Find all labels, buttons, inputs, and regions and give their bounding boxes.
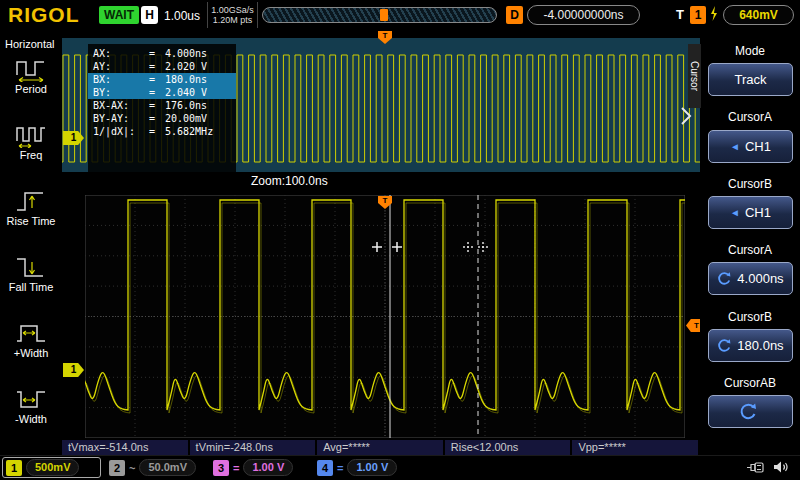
trigger-level-flag[interactable]: T — [686, 319, 700, 332]
horizontal-position-bar[interactable] — [262, 7, 497, 23]
sidebar-item-fall-time[interactable]: Fall Time — [0, 254, 62, 293]
sample-rate: 1.00GSa/s — [208, 5, 257, 15]
measurement-rise: Rise<12.00ns — [445, 440, 573, 455]
channel-1-status[interactable]: 1 500mV — [2, 457, 101, 478]
equals-sign: = — [149, 86, 165, 99]
channel-1-scale[interactable]: 500mV — [26, 459, 79, 476]
measurement-tvmin: tVmin=-248.0ns — [190, 440, 318, 455]
ch1-ground-marker-zoom[interactable]: 1 — [63, 363, 84, 377]
acquisition-info: 1.00GSa/s 1.20M pts — [207, 2, 258, 28]
menu-button-value: Track — [734, 72, 766, 87]
menu-button-cursor-a-source[interactable]: ◄ CH1 — [708, 130, 793, 163]
channel-3-status[interactable]: 3 = 1.00 V — [210, 457, 296, 478]
cursor-row-ax: AX: = 4.000ns — [88, 47, 236, 60]
menu-button-cursor-b-pos[interactable]: 180.0ns — [708, 329, 793, 362]
channel-4-coupling-icon: = — [337, 462, 343, 474]
sidebar-item-label: Freq — [0, 149, 62, 161]
run-status-badge[interactable]: WAIT — [99, 6, 139, 24]
sidebar-item-freq[interactable]: Freq — [0, 122, 62, 161]
memory-depth: 1.20M pts — [208, 15, 257, 25]
cursor-row-value: 5.682MHz — [165, 125, 213, 138]
cursor-row-value: 180.0ns — [165, 73, 207, 86]
menu-item-label-cursor-ab: CursorAB — [702, 376, 798, 390]
sidebar-item-label: Rise Time — [0, 215, 62, 227]
oscilloscope-screen: RIGOL WAIT H 1.00us 1.00GSa/s 1.20M pts … — [0, 0, 800, 480]
cursor-row-label: BX: — [93, 73, 149, 86]
channel-2-coupling-icon: ~ — [129, 462, 135, 474]
zoom-waveform-display — [85, 195, 685, 438]
equals-sign: = — [149, 47, 165, 60]
trigger-level-readout[interactable]: 640mV — [723, 5, 794, 25]
menu-item-label-cursor-b-pos: CursorB — [702, 310, 798, 324]
menu-button-cursor-b-source[interactable]: ◄ CH1 — [708, 196, 793, 229]
trigger-slope-icon — [709, 5, 719, 23]
menu-button-value: CH1 — [745, 205, 771, 220]
channel-2-scale[interactable]: 50.0mV — [139, 459, 196, 476]
cursor-row-value: 4.000ns — [165, 47, 207, 60]
rise-time-icon — [14, 188, 48, 214]
trigger-position-marker[interactable] — [380, 9, 388, 21]
sidebar-item-label: -Width — [0, 413, 62, 425]
rotate-knob-icon — [739, 402, 758, 421]
cursor-row-label: BY-AY: — [93, 112, 149, 125]
zoom-scale-label: Zoom:100.0ns — [251, 174, 328, 188]
sidebar-item-pos-width[interactable]: +Width — [0, 320, 62, 359]
timebase-readout[interactable]: 1.00us — [164, 9, 200, 23]
minus-width-icon — [14, 386, 48, 412]
sidebar-item-label: Period — [0, 83, 62, 95]
menu-button-cursor-a-pos[interactable]: 4.000ns — [708, 262, 793, 295]
period-icon — [14, 56, 48, 82]
equals-sign: = — [149, 112, 165, 125]
cursor-row-label: AX: — [93, 47, 149, 60]
channel-3-coupling-icon: = — [233, 462, 239, 474]
equals-sign: = — [149, 73, 165, 86]
plus-width-icon — [14, 320, 48, 346]
channel-1-badge[interactable]: 1 — [6, 460, 22, 476]
cursor-row-label: AY: — [93, 60, 149, 73]
channel-4-status[interactable]: 4 = 1.00 V — [314, 457, 400, 478]
sidebar-item-period[interactable]: Period — [0, 56, 62, 95]
measurement-vpp: Vpp=***** — [572, 440, 700, 455]
channel-2-status[interactable]: 2 ~ 50.0mV — [106, 457, 199, 478]
cursor-row-inv-dx: 1/|dX|: = 5.682MHz — [88, 125, 236, 138]
speaker-icon[interactable] — [772, 460, 790, 474]
menu-button-mode[interactable]: Track — [708, 63, 793, 96]
channel-2-badge[interactable]: 2 — [109, 460, 125, 476]
cursor-row-by: BY: = 2.040 V — [88, 86, 236, 99]
menu-button-cursor-ab[interactable] — [708, 395, 793, 428]
channel-4-badge[interactable]: 4 — [317, 460, 333, 476]
rotate-knob-icon — [717, 338, 732, 353]
cursor-row-bx-ax: BX-AX: = 176.0ns — [88, 99, 236, 112]
sidebar-item-label: +Width — [0, 347, 62, 359]
freq-icon — [14, 122, 48, 148]
channel-4-scale[interactable]: 1.00 V — [347, 459, 397, 476]
menu-tab-cursor: Cursor — [688, 44, 701, 108]
cursor-row-value: 176.0ns — [165, 99, 207, 112]
cursor-row-ay: AY: = 2.020 V — [88, 60, 236, 73]
menu-item-label-cursor-a-pos: CursorA — [702, 243, 798, 257]
menu-item-label-cursor-b-source: CursorB — [702, 177, 798, 191]
menu-button-value: CH1 — [745, 139, 771, 154]
equals-sign: = — [149, 125, 165, 138]
channel-3-badge[interactable]: 3 — [213, 460, 229, 476]
sidebar-item-neg-width[interactable]: -Width — [0, 386, 62, 425]
trigger-t-label: T — [676, 7, 684, 22]
channel-3-scale[interactable]: 1.00 V — [243, 459, 293, 476]
delay-readout[interactable]: -4.00000000ns — [527, 5, 640, 25]
menu-item-label-mode: Mode — [702, 44, 798, 58]
cursor-row-label: BX-AX: — [93, 99, 149, 112]
menu-button-value: 4.000ns — [737, 271, 783, 286]
sidebar-item-label: Fall Time — [0, 281, 62, 293]
measurement-bar: tVmax=-514.0ns tVmin=-248.0ns Avg=***** … — [62, 440, 700, 455]
left-arrow-icon: ◄ — [730, 141, 740, 152]
measurement-tvmax: tVmax=-514.0ns — [62, 440, 190, 455]
left-arrow-icon: ◄ — [730, 207, 740, 218]
brand-logo: RIGOL — [8, 3, 80, 27]
equals-sign: = — [149, 99, 165, 112]
rotate-knob-icon — [717, 271, 732, 286]
cursor-row-value: 2.040 V — [165, 86, 207, 99]
trigger-source-badge[interactable]: 1 — [690, 6, 706, 24]
menu-item-label-cursor-a-source: CursorA — [702, 110, 798, 124]
cursor-row-value: 20.00mV — [165, 112, 207, 125]
sidebar-item-rise-time[interactable]: Rise Time — [0, 188, 62, 227]
